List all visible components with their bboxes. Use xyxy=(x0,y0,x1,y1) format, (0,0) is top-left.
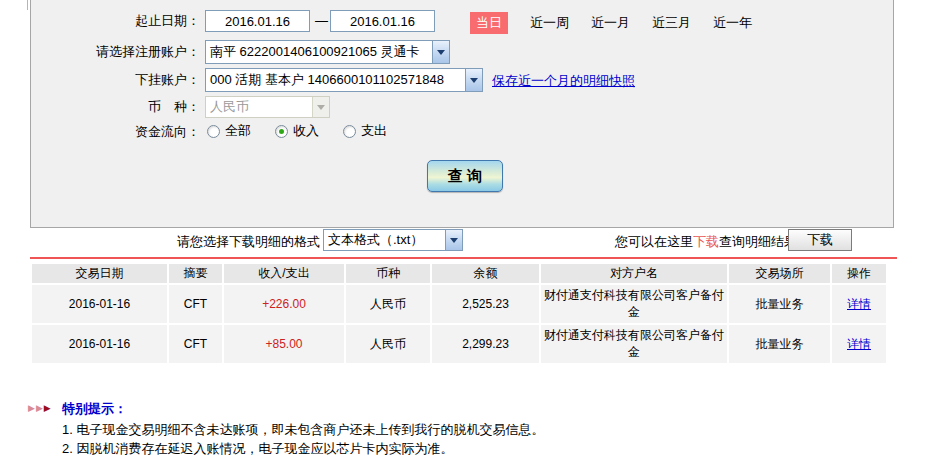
page-edge-notch xyxy=(27,0,28,10)
date-range-label: 起止日期： xyxy=(30,10,200,32)
radio-unchecked-icon[interactable] xyxy=(207,125,220,138)
currency-value: 人民币 xyxy=(206,98,312,116)
download-button[interactable]: 下载 xyxy=(788,229,852,251)
download-format-value: 文本格式（.txt） xyxy=(324,231,445,249)
detail-link[interactable]: 详情 xyxy=(847,297,871,311)
table-row: 2016-01-16 CFT +85.00 人民币 2,299.23 财付通支付… xyxy=(32,325,886,363)
chevron-down-icon[interactable] xyxy=(445,230,462,250)
quick-range-links: 当日 近一周 近一月 近三月 近一年 xyxy=(470,12,752,34)
col-header-amount: 收入/支出 xyxy=(224,264,344,283)
cell-venue: 批量业务 xyxy=(729,285,830,323)
currency-select: 人民币 xyxy=(205,96,330,118)
transaction-table: 交易日期 摘要 收入/支出 币种 余额 对方户名 交易场所 操作 2016-01… xyxy=(30,262,888,365)
cell-date: 2016-01-16 xyxy=(32,285,167,323)
quick-range-today[interactable]: 当日 xyxy=(470,12,508,34)
special-note-item-2: 2. 因脱机消费存在延迟入账情况，电子现金应以芯片卡内实际为准。 xyxy=(62,440,453,458)
table-row: 2016-01-16 CFT +226.00 人民币 2,525.23 财付通支… xyxy=(32,285,886,323)
chevron-down-icon[interactable] xyxy=(465,69,482,91)
special-note-title: 特别提示： xyxy=(62,400,127,418)
col-header-balance: 余额 xyxy=(432,264,539,283)
download-word-link[interactable]: 下载 xyxy=(693,234,719,249)
register-account-value: 南平 6222001406100921065 灵通卡 xyxy=(206,43,432,61)
fund-flow-options: 全部 收入 支出 xyxy=(207,122,387,140)
start-date-input[interactable] xyxy=(205,10,310,32)
fund-flow-option-expense-label: 支出 xyxy=(361,122,387,140)
chevron-down-icon[interactable] xyxy=(432,41,449,63)
download-format-select[interactable]: 文本格式（.txt） xyxy=(323,229,463,251)
col-header-date: 交易日期 xyxy=(32,264,167,283)
currency-label: 币 种： xyxy=(30,96,200,118)
save-snapshot-link[interactable]: 保存近一个月的明细快照 xyxy=(492,72,635,90)
fund-flow-label: 资金流向： xyxy=(30,121,200,143)
transaction-detail-query-page: 起止日期： — 当日 近一周 近一月 近三月 近一年 请选择注册账户： 南平 6… xyxy=(0,0,931,460)
cell-amount: +226.00 xyxy=(224,285,344,323)
fund-flow-option-expense[interactable]: 支出 xyxy=(343,122,387,140)
detail-link[interactable]: 详情 xyxy=(847,337,871,351)
col-header-venue: 交易场所 xyxy=(729,264,830,283)
quick-range-month[interactable]: 近一月 xyxy=(591,14,630,32)
cell-currency: 人民币 xyxy=(346,325,430,363)
col-header-action: 操作 xyxy=(832,264,886,283)
cell-currency: 人民币 xyxy=(346,285,430,323)
quick-range-quarter[interactable]: 近三月 xyxy=(652,14,691,32)
sub-account-select[interactable]: 000 活期 基本户 1406600101102571848 xyxy=(205,68,483,92)
cell-summary: CFT xyxy=(169,285,222,323)
cell-counterparty: 财付通支付科技有限公司客户备付金 xyxy=(541,285,727,323)
quick-range-year[interactable]: 近一年 xyxy=(713,14,752,32)
sub-account-value: 000 活期 基本户 1406600101102571848 xyxy=(206,71,465,89)
special-note-item-1: 1. 电子现金交易明细不含未达账项，即未包含商户还未上传到我行的脱机交易信息。 xyxy=(62,421,544,439)
quick-range-week[interactable]: 近一周 xyxy=(530,14,569,32)
cell-date: 2016-01-16 xyxy=(32,325,167,363)
fund-flow-option-income-label: 收入 xyxy=(293,122,319,140)
fund-flow-option-all[interactable]: 全部 xyxy=(207,122,251,140)
triple-arrow-icon: ▶▶▶ xyxy=(28,403,52,413)
red-divider xyxy=(30,257,897,259)
col-header-counterparty: 对方户名 xyxy=(541,264,727,283)
table-header-row: 交易日期 摘要 收入/支出 币种 余额 对方户名 交易场所 操作 xyxy=(32,264,886,283)
radio-checked-icon[interactable] xyxy=(275,125,288,138)
download-hint: 您可以在这里下载查询明细结果 xyxy=(615,233,797,251)
date-range-separator: — xyxy=(315,10,328,32)
cell-balance: 2,299.23 xyxy=(432,325,539,363)
sub-account-label: 下挂账户： xyxy=(30,69,200,91)
fund-flow-option-all-label: 全部 xyxy=(225,122,251,140)
register-account-select[interactable]: 南平 6222001406100921065 灵通卡 xyxy=(205,40,450,64)
download-hint-prefix: 您可以在这里 xyxy=(615,234,693,249)
radio-unchecked-icon[interactable] xyxy=(343,125,356,138)
cell-summary: CFT xyxy=(169,325,222,363)
register-account-label: 请选择注册账户： xyxy=(30,41,200,63)
fund-flow-option-income[interactable]: 收入 xyxy=(275,122,319,140)
download-format-label: 请您选择下载明细的格式 xyxy=(123,233,320,251)
cell-amount: +85.00 xyxy=(224,325,344,363)
download-hint-suffix: 查询明细结果 xyxy=(719,234,797,249)
col-header-currency: 币种 xyxy=(346,264,430,283)
query-button[interactable]: 查 询 xyxy=(427,160,503,192)
cell-balance: 2,525.23 xyxy=(432,285,539,323)
chevron-down-icon xyxy=(312,97,329,117)
col-header-summary: 摘要 xyxy=(169,264,222,283)
end-date-input[interactable] xyxy=(330,10,435,32)
cell-counterparty: 财付通支付科技有限公司客户备付金 xyxy=(541,325,727,363)
cell-venue: 批量业务 xyxy=(729,325,830,363)
